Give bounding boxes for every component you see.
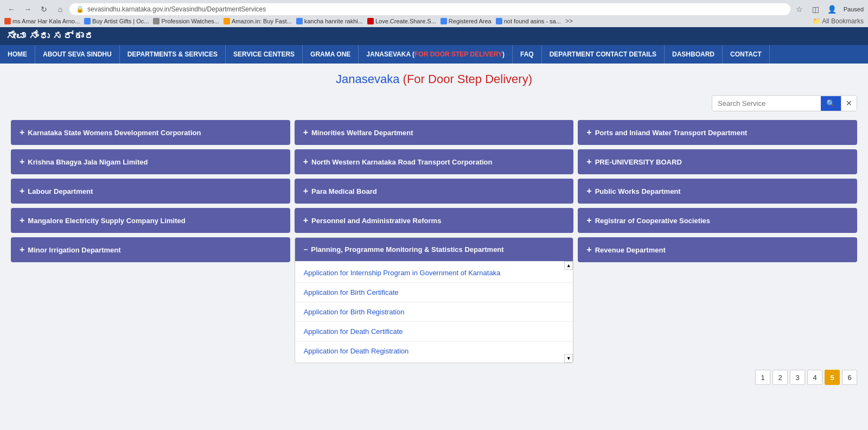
page-btn-4[interactable]: 4 bbox=[807, 370, 822, 385]
dept-label: Para Medical Board bbox=[311, 187, 377, 195]
minus-icon: − bbox=[304, 245, 308, 254]
dept-label: North Western Karnataka Road Transport C… bbox=[311, 158, 492, 166]
bookmark-ms[interactable]: ms Amar Har Kala Arno... bbox=[4, 18, 80, 24]
dept-expanded-header[interactable]: − Planning, Programme Monitoring & Stati… bbox=[295, 238, 573, 261]
plus-icon: + bbox=[303, 216, 308, 225]
plus-icon: + bbox=[303, 186, 308, 196]
bookmark-kancha[interactable]: kancha hanrite rakhi... bbox=[296, 18, 363, 24]
forward-button[interactable]: → bbox=[21, 2, 35, 16]
scroll-up-btn[interactable]: ▲ bbox=[564, 261, 573, 270]
dept-btn-labour[interactable]: + Labour Department bbox=[11, 179, 290, 204]
nav-dept-contact[interactable]: DEPARTMENT CONTACT DETAILS bbox=[542, 45, 665, 64]
title-red: (For Door Step Delivery) bbox=[403, 72, 532, 86]
dept-label: PRE-UNIVERSITY BOARD bbox=[595, 158, 682, 166]
dept-btn-kswdc[interactable]: + Karnataka State Womens Development Cor… bbox=[11, 120, 290, 145]
page-btn-3[interactable]: 3 bbox=[790, 370, 805, 385]
dept-btn-mid[interactable]: + Minor Irrigation Department bbox=[11, 237, 290, 262]
paused-label: Paused bbox=[844, 6, 864, 12]
dept-col-2: + Minorities Welfare Department + North … bbox=[295, 120, 574, 363]
search-box: 🔍 ✕ bbox=[712, 95, 857, 111]
plus-icon: + bbox=[20, 128, 24, 137]
dept-label: Public Works Department bbox=[595, 187, 681, 195]
dept-btn-rcs[interactable]: + Registrar of Cooperative Societies bbox=[578, 208, 857, 233]
scroll-down-btn[interactable]: ▼ bbox=[564, 354, 573, 363]
reload-button[interactable]: ↻ bbox=[37, 2, 51, 16]
search-area: 🔍 ✕ bbox=[11, 95, 857, 111]
service-birth-reg[interactable]: Application for Birth Registration bbox=[295, 302, 573, 322]
dept-btn-pmb[interactable]: + Para Medical Board bbox=[295, 179, 574, 204]
nav-home[interactable]: HOME bbox=[0, 45, 35, 64]
dept-btn-pub[interactable]: + PRE-UNIVERSITY BOARD bbox=[578, 149, 857, 174]
search-icon: 🔍 bbox=[826, 99, 835, 108]
service-death-reg[interactable]: Application for Death Registration bbox=[295, 342, 573, 361]
dept-btn-rd[interactable]: + Revenue Department bbox=[578, 237, 857, 262]
service-internship[interactable]: Application for Internship Program in Go… bbox=[295, 263, 573, 283]
dept-label: Ports and Inland Water Transport Departm… bbox=[595, 129, 748, 137]
dept-label: Revenue Department bbox=[595, 246, 666, 254]
home-button[interactable]: ⌂ bbox=[53, 2, 67, 16]
bookmark-love[interactable]: Love.Create.Share.S... bbox=[367, 18, 436, 24]
dept-expanded-label: Planning, Programme Monitoring & Statist… bbox=[311, 245, 503, 254]
plus-icon: + bbox=[586, 157, 591, 167]
dept-btn-piwtd[interactable]: + Ports and Inland Water Transport Depar… bbox=[578, 120, 857, 145]
search-clear-button[interactable]: ✕ bbox=[841, 96, 857, 111]
plus-icon: + bbox=[586, 186, 591, 196]
service-birth-cert[interactable]: Application for Birth Certificate bbox=[295, 283, 573, 302]
search-input[interactable] bbox=[712, 96, 821, 111]
bookmark-notfound[interactable]: not found asins - sa... bbox=[496, 18, 561, 24]
nav-contact[interactable]: CONTACT bbox=[723, 45, 770, 64]
nav-service-centers[interactable]: SERVICE CENTERS bbox=[226, 45, 303, 64]
dept-label: Minor Irrigation Department bbox=[28, 246, 120, 254]
plus-icon: + bbox=[303, 157, 308, 167]
plus-icon: + bbox=[20, 216, 24, 225]
site-header: ಸೇವಾ ಸಿಂಧು ಸರ್ಕಾರ bbox=[0, 27, 868, 45]
plus-icon: + bbox=[586, 216, 591, 225]
dept-col-1: + Karnataka State Womens Development Cor… bbox=[11, 120, 290, 363]
title-blue: Janasevaka bbox=[336, 72, 399, 86]
service-death-cert[interactable]: Application for Death Certificate bbox=[295, 322, 573, 342]
all-bookmarks[interactable]: 📁 All Bookmarks bbox=[813, 17, 864, 25]
dept-col-3: + Ports and Inland Water Transport Depar… bbox=[578, 120, 857, 363]
dept-btn-mwd[interactable]: + Minorities Welfare Department bbox=[295, 120, 574, 145]
extensions-button[interactable]: ◫ bbox=[809, 2, 823, 16]
page-btn-2[interactable]: 2 bbox=[773, 370, 788, 385]
bookmark-registered[interactable]: Registered Area bbox=[441, 18, 492, 24]
bookmarks-overflow[interactable]: >> bbox=[565, 17, 573, 25]
search-button[interactable]: 🔍 bbox=[821, 96, 841, 111]
dept-btn-par[interactable]: + Personnel and Administrative Reforms bbox=[295, 208, 574, 233]
profile-button[interactable]: 👤 bbox=[825, 2, 839, 16]
nav-dashboard[interactable]: DASHBOARD bbox=[665, 45, 723, 64]
bookmark-profession[interactable]: Profession Watches... bbox=[153, 18, 219, 24]
page-btn-1[interactable]: 1 bbox=[755, 370, 770, 385]
pagination: 1 2 3 4 5 6 bbox=[11, 363, 857, 391]
dept-btn-pwd[interactable]: + Public Works Department bbox=[578, 179, 857, 204]
bookmark-buy-artist[interactable]: Buy Artist Gifts | Oc... bbox=[84, 18, 149, 24]
plus-icon: + bbox=[20, 186, 24, 196]
dept-btn-kbjnl[interactable]: + Krishna Bhagya Jala Nigam Limited bbox=[11, 149, 290, 174]
nav-grama-one[interactable]: GRAMA ONE bbox=[303, 45, 359, 64]
clear-icon: ✕ bbox=[846, 99, 852, 108]
dept-btn-mescl[interactable]: + Mangalore Electricity Supply Company L… bbox=[11, 208, 290, 233]
nav-about[interactable]: ABOUT SEVA SINDHU bbox=[35, 45, 120, 64]
bookmark-amazon[interactable]: Amazon.in: Buy Fast... bbox=[224, 18, 292, 24]
bookmarks-bar: ms Amar Har Kala Arno... Buy Artist Gift… bbox=[0, 16, 868, 27]
lock-icon: 🔒 bbox=[76, 5, 84, 13]
dept-label: Krishna Bhagya Jala Nigam Limited bbox=[28, 158, 148, 166]
dept-label: Mangalore Electricity Supply Company Lim… bbox=[28, 217, 185, 225]
page-title: Janasevaka (For Door Step Delivery) bbox=[11, 72, 857, 86]
plus-icon: + bbox=[586, 245, 591, 255]
service-list: Application for Internship Program in Go… bbox=[295, 261, 573, 363]
dept-label: Registrar of Cooperative Societies bbox=[595, 217, 710, 225]
back-button[interactable]: ← bbox=[4, 2, 18, 16]
page-btn-5[interactable]: 5 bbox=[825, 370, 840, 385]
nav-janasevaka[interactable]: JANASEVAKA (FOR DOOR STEP DELIVERY) bbox=[359, 45, 513, 64]
plus-icon: + bbox=[303, 128, 308, 137]
nav-departments[interactable]: DEPARTMENTS & SERVICES bbox=[120, 45, 226, 64]
plus-icon: + bbox=[586, 128, 591, 137]
page-btn-6[interactable]: 6 bbox=[842, 370, 857, 385]
dept-btn-nwkrtc[interactable]: + North Western Karnataka Road Transport… bbox=[295, 149, 574, 174]
url-text: sevasindhu.karnataka.gov.in/Sevasindhu/D… bbox=[87, 5, 266, 13]
address-bar[interactable]: 🔒 sevasindhu.karnataka.gov.in/Sevasindhu… bbox=[69, 3, 790, 15]
bookmark-star[interactable]: ☆ bbox=[793, 2, 807, 16]
nav-faq[interactable]: FAQ bbox=[513, 45, 542, 64]
